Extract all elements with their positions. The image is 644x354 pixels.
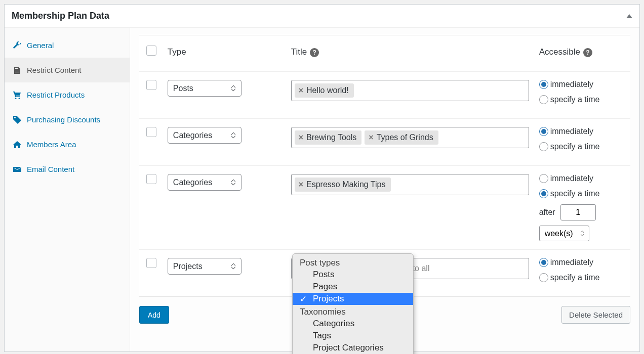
radio-label: immediately <box>550 127 593 136</box>
remove-tag-icon[interactable]: × <box>299 180 303 189</box>
sidebar-item-label: Members Area <box>27 140 76 149</box>
type-select[interactable]: Categories <box>168 174 242 191</box>
tag-icon <box>13 116 22 124</box>
remove-tag-icon[interactable]: × <box>299 133 303 142</box>
accessible-immediately-radio[interactable] <box>539 174 548 183</box>
dropdown-option[interactable]: Posts <box>293 269 413 281</box>
accessible-specify-radio[interactable] <box>539 273 548 282</box>
dropdown-option[interactable]: Categories <box>293 318 413 330</box>
row-select-checkbox[interactable] <box>146 174 156 184</box>
mail-icon <box>13 165 22 173</box>
accessible-immediately-radio[interactable] <box>539 80 548 89</box>
tag-label: Espresso Making Tips <box>306 180 386 189</box>
dropdown-group-label: Post types <box>293 256 413 269</box>
settings-tabs-sidebar: General Restrict Content Restrict Produc… <box>5 28 130 351</box>
table-header-row: Type Title? Accessible? <box>139 35 630 72</box>
sidebar-item-label: Email Content <box>27 165 74 173</box>
radio-label: specify a time <box>550 273 600 282</box>
remove-tag-icon[interactable]: × <box>299 86 303 95</box>
restrict-content-table-panel: Type Title? Accessible? Posts×Hello worl… <box>130 28 639 351</box>
dropdown-group-label: Taxonomies <box>293 305 413 318</box>
wrench-icon <box>13 41 22 50</box>
accessible-immediately-radio[interactable] <box>539 258 548 267</box>
radio-label: immediately <box>550 174 593 183</box>
sidebar-item-label: Restrict Products <box>27 91 85 99</box>
row-select-checkbox[interactable] <box>146 80 156 90</box>
dropdown-option[interactable]: Tags <box>293 330 413 342</box>
panel-header: Membership Plan Data <box>5 5 639 28</box>
selected-tag: ×Hello world! <box>295 83 354 98</box>
radio-label: immediately <box>550 258 593 267</box>
selected-tag: ×Brewing Tools <box>295 130 362 145</box>
after-amount-input[interactable] <box>560 204 596 220</box>
help-icon[interactable]: ? <box>310 48 319 57</box>
radio-label: immediately <box>550 80 593 89</box>
accessible-specify-radio[interactable] <box>539 142 548 151</box>
add-rule-button[interactable]: Add <box>139 306 169 324</box>
after-time-row: after <box>539 204 625 220</box>
sidebar-item-purchasing-discounts[interactable]: Purchasing Discounts <box>5 107 130 132</box>
help-icon[interactable]: ? <box>583 48 592 57</box>
type-select[interactable]: Categories <box>168 127 242 144</box>
title-tag-input[interactable]: ×Hello world! <box>291 80 529 101</box>
sidebar-item-label: Restrict Content <box>27 66 82 74</box>
radio-label: specify a time <box>550 95 600 104</box>
tag-label: Hello world! <box>306 86 349 95</box>
column-header-type: Type <box>163 35 286 72</box>
cart-icon <box>13 91 22 99</box>
sidebar-item-email-content[interactable]: Email Content <box>5 157 130 182</box>
select-all-checkbox[interactable] <box>146 46 156 56</box>
after-unit-select[interactable]: week(s) <box>539 226 589 241</box>
sidebar-item-label: Purchasing Discounts <box>27 115 100 124</box>
title-tag-input[interactable]: ×Espresso Making Tips <box>291 174 529 195</box>
delete-selected-button[interactable]: Delete Selected <box>561 306 630 324</box>
tag-label: Brewing Tools <box>306 133 356 142</box>
column-header-accessible: Accessible? <box>534 35 630 72</box>
title-tag-input[interactable]: ×Brewing Tools×Types of Grinds <box>291 127 529 148</box>
type-select-dropdown[interactable]: Post typesPostsPagesProjectsTaxonomiesCa… <box>292 253 414 354</box>
after-label: after <box>539 208 555 217</box>
dropdown-option[interactable]: Project Categories <box>293 342 413 354</box>
sidebar-item-general[interactable]: General <box>5 33 130 58</box>
collapse-toggle-icon[interactable] <box>626 14 632 18</box>
sidebar-item-label: General <box>27 41 54 50</box>
sidebar-item-restrict-content[interactable]: Restrict Content <box>5 58 130 82</box>
tag-label: Types of Grinds <box>377 133 433 142</box>
row-select-checkbox[interactable] <box>146 258 156 268</box>
row-select-checkbox[interactable] <box>146 127 156 137</box>
table-row: Categories×Espresso Making Tipsimmediate… <box>139 166 630 250</box>
accessible-immediately-radio[interactable] <box>539 127 548 136</box>
accessible-specify-radio[interactable] <box>539 189 548 198</box>
sidebar-item-members-area[interactable]: Members Area <box>5 132 130 157</box>
sidebar-item-restrict-products[interactable]: Restrict Products <box>5 82 130 107</box>
selected-tag: ×Types of Grinds <box>365 130 438 145</box>
table-row: Categories×Brewing Tools×Types of Grinds… <box>139 119 630 166</box>
type-select[interactable]: Posts <box>168 80 242 97</box>
accessible-specify-radio[interactable] <box>539 95 548 104</box>
table-row: Posts×Hello world!immediatelyspecify a t… <box>139 72 630 119</box>
dropdown-option[interactable]: Pages <box>293 281 413 293</box>
selected-tag: ×Espresso Making Tips <box>295 178 391 192</box>
radio-label: specify a time <box>550 142 600 151</box>
home-icon <box>13 141 22 149</box>
dropdown-option[interactable]: Projects <box>293 293 413 305</box>
radio-label: specify a time <box>550 189 600 198</box>
column-header-title: Title? <box>286 35 534 72</box>
page-icon <box>13 66 22 74</box>
type-select[interactable]: Projects <box>168 258 242 275</box>
remove-tag-icon[interactable]: × <box>369 133 373 142</box>
membership-plan-data-panel: Membership Plan Data General Restrict Co… <box>4 4 640 352</box>
panel-title: Membership Plan Data <box>12 11 109 21</box>
